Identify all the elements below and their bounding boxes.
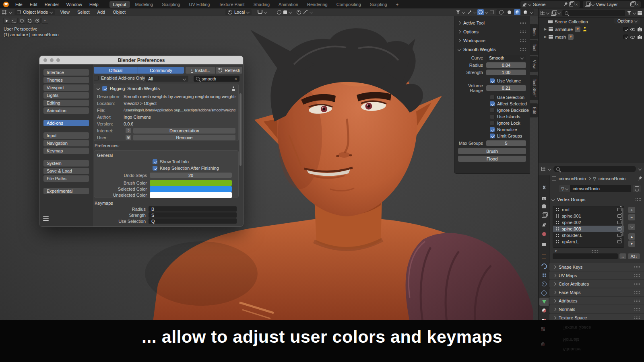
- limit-groups-checkbox[interactable]: Limit Groups: [490, 133, 530, 139]
- official-tab[interactable]: Official: [94, 67, 138, 74]
- tab-output[interactable]: [539, 203, 549, 211]
- sidebar-item-interface[interactable]: Interface: [43, 69, 89, 76]
- data-type-dropdown[interactable]: ▽: [559, 185, 570, 192]
- sidebar-item-keymap[interactable]: Keymap: [43, 148, 89, 154]
- grip-handle[interactable]: [592, 250, 598, 253]
- selectable-checkbox[interactable]: [623, 35, 628, 39]
- workspace-tab-modeling[interactable]: Modeling: [132, 1, 157, 8]
- cancel-icon[interactable]: ⊗: [126, 135, 131, 140]
- tab-object-data[interactable]: [539, 298, 549, 306]
- move-group-down-button[interactable]: ▼: [628, 241, 635, 247]
- normalize-checkbox[interactable]: Normalize: [490, 126, 530, 133]
- curve-dropdown[interactable]: Smooth: [486, 55, 526, 61]
- pose-icon[interactable]: [582, 27, 587, 31]
- close-icon[interactable]: ×: [575, 2, 578, 7]
- panel-workspace[interactable]: Workspace: [454, 36, 530, 45]
- tab-render[interactable]: [539, 195, 549, 203]
- eye-icon[interactable]: [630, 35, 635, 39]
- tab-item[interactable]: Item: [530, 24, 538, 39]
- tab-edit[interactable]: Edit: [530, 103, 538, 117]
- use-volume-checkbox[interactable]: Use Volume: [490, 78, 530, 84]
- workspace-tab-compositing[interactable]: Compositing: [333, 1, 365, 8]
- camera-icon[interactable]: [638, 36, 642, 39]
- ignore-lock-checkbox[interactable]: Ignore Lock: [490, 120, 530, 126]
- sort-button[interactable]: Az↓: [628, 253, 640, 259]
- use-selection-checkbox[interactable]: Use Selection: [490, 94, 530, 101]
- lock-open-icon[interactable]: [617, 221, 621, 224]
- grip-handle[interactable]: [520, 21, 526, 25]
- transform-orientation[interactable]: Local: [225, 9, 252, 15]
- menu-select[interactable]: Select: [75, 10, 92, 14]
- sidebar-item-navigation[interactable]: Navigation: [43, 140, 89, 146]
- shading-solid-icon[interactable]: [506, 9, 512, 15]
- view-layer-selector[interactable]: View Layer ×: [583, 1, 641, 8]
- menu-help[interactable]: Help: [86, 2, 102, 7]
- strength-slider[interactable]: 1.00: [486, 70, 526, 75]
- close-window-button[interactable]: [43, 58, 47, 62]
- radius-key-field[interactable]: B: [149, 206, 237, 212]
- select-box-icon[interactable]: [11, 18, 18, 24]
- breadcrumb-data[interactable]: crimsonRonin: [599, 176, 625, 181]
- vertex-group-row[interactable]: root: [553, 206, 624, 213]
- selected-color-swatch[interactable]: [150, 186, 232, 192]
- workspace-tab-uv-editing[interactable]: UV Editing: [185, 1, 213, 8]
- brush-button[interactable]: Brush: [458, 148, 526, 154]
- grip-handle[interactable]: [520, 39, 526, 42]
- add-workspace-button[interactable]: +: [392, 1, 402, 8]
- documentation-button[interactable]: Documentation: [133, 128, 235, 134]
- sidebar-item-addons[interactable]: Add-ons: [43, 120, 89, 126]
- blender-logo-icon[interactable]: [3, 2, 9, 7]
- vertex-groups-header[interactable]: Vertex Groups: [552, 197, 642, 202]
- tweak-tool-icon[interactable]: [3, 18, 10, 24]
- tab-world[interactable]: [539, 230, 549, 238]
- overlays-icon[interactable]: [477, 9, 484, 15]
- keep-selection-checkbox[interactable]: Keep Selection After Finishing: [153, 166, 219, 171]
- tab-view[interactable]: View: [530, 56, 538, 72]
- scrollbar[interactable]: [239, 93, 242, 166]
- lock-open-icon[interactable]: [617, 208, 621, 211]
- menu-file[interactable]: File: [12, 2, 26, 7]
- install-button[interactable]: ↓ Install...: [186, 67, 215, 74]
- eye-icon[interactable]: [630, 27, 635, 31]
- outliner-row-mesh[interactable]: ▶ mesh ▼: [539, 33, 644, 41]
- tab-constraints[interactable]: [539, 289, 549, 297]
- volume-range-slider[interactable]: 0.21: [486, 85, 526, 91]
- panel-options[interactable]: Options: [454, 27, 530, 36]
- help-icon[interactable]: ?: [126, 128, 131, 133]
- tab-physics[interactable]: [539, 280, 549, 288]
- sidebar-item-input[interactable]: Input: [43, 132, 89, 139]
- max-groups-slider[interactable]: 5: [486, 140, 526, 146]
- use-islands-checkbox[interactable]: Use Islands: [490, 113, 530, 120]
- tab-scene[interactable]: [539, 220, 549, 228]
- gizmo-icon[interactable]: [466, 9, 473, 15]
- expand-icon[interactable]: ▶: [544, 27, 547, 31]
- snapping-controls[interactable]: [258, 10, 266, 14]
- breadcrumb-object[interactable]: crimsonRonin: [559, 176, 586, 181]
- grip-handle[interactable]: [634, 265, 640, 269]
- display-mode-icon[interactable]: [551, 12, 556, 16]
- sidebar-item-system[interactable]: System: [43, 160, 89, 167]
- lock-open-icon[interactable]: [617, 214, 621, 218]
- close-icon[interactable]: ×: [636, 2, 639, 7]
- grip-handle[interactable]: [634, 308, 640, 311]
- vertex-group-row-selected[interactable]: spine.003: [553, 226, 624, 232]
- tab-view-layer[interactable]: [539, 212, 549, 220]
- grip-handle[interactable]: [635, 198, 642, 201]
- camera-icon[interactable]: [638, 28, 642, 31]
- grip-handle[interactable]: [634, 282, 640, 286]
- clear-search-icon[interactable]: ×: [235, 76, 237, 81]
- workspace-tab-texture-paint[interactable]: Texture Paint: [215, 1, 248, 8]
- brush-color-swatch[interactable]: [150, 180, 232, 186]
- data-name-field[interactable]: crimsonRonin: [570, 185, 631, 192]
- community-tab[interactable]: Community: [138, 67, 184, 74]
- cursor-tool-icon[interactable]: [34, 18, 41, 24]
- pin-icon[interactable]: [562, 1, 568, 8]
- tab-tool[interactable]: Tool: [530, 40, 538, 55]
- sidebar-item-file-paths[interactable]: File Paths: [43, 175, 89, 182]
- editor-type-icon[interactable]: [541, 167, 545, 171]
- use-selection-key-field[interactable]: Q: [149, 218, 237, 224]
- invert-filter-button[interactable]: ↔: [619, 253, 626, 259]
- sidebar-item-viewport[interactable]: Viewport: [43, 84, 89, 91]
- shading-rendered-icon[interactable]: [522, 9, 528, 15]
- lock-open-icon[interactable]: [617, 234, 621, 237]
